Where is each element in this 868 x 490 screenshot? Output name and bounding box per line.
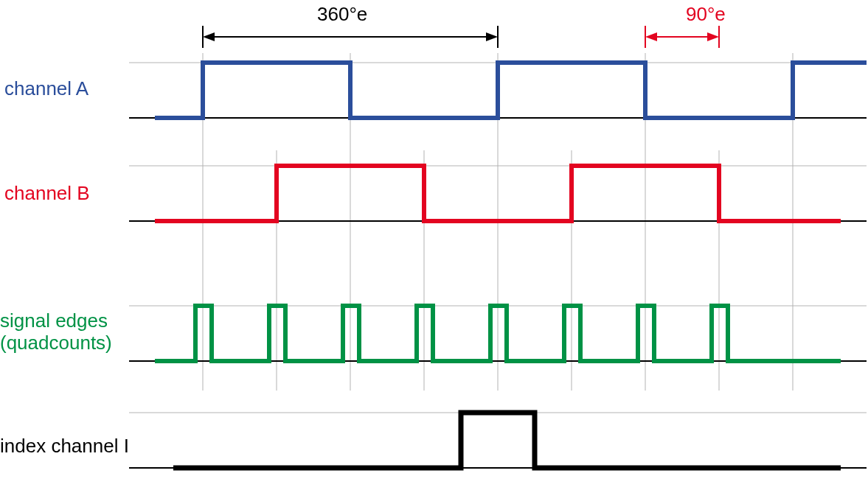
dimension-360e — [203, 26, 498, 48]
encoder-timing-diagram: channel A channel B signal edges (quadco… — [0, 0, 868, 490]
row-channel-a — [129, 63, 867, 118]
waveform-channel-a — [155, 63, 867, 118]
waveform-index — [173, 413, 841, 468]
waveform-svg — [0, 0, 868, 490]
svg-marker-13 — [486, 32, 498, 41]
row-index-channel — [129, 413, 867, 468]
svg-marker-12 — [203, 32, 215, 41]
svg-marker-18 — [707, 32, 719, 41]
svg-marker-17 — [645, 32, 657, 41]
dimension-90e — [645, 26, 719, 48]
